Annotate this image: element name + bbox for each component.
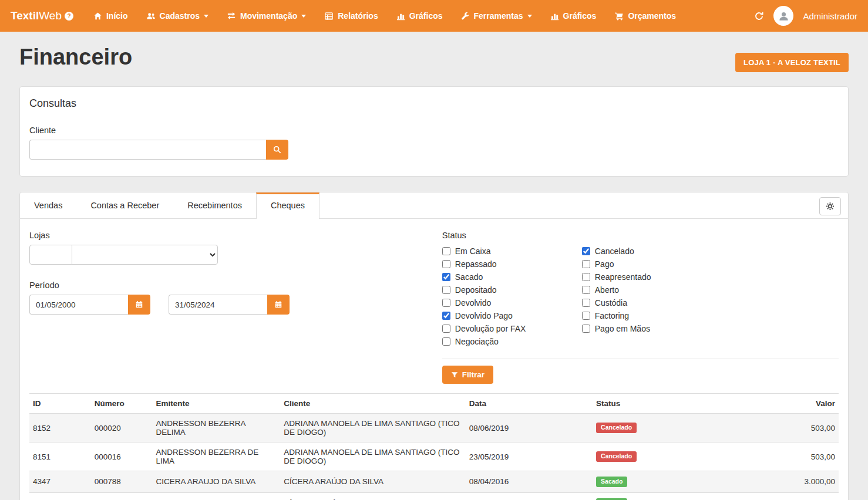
date-from-input[interactable] bbox=[29, 295, 128, 315]
users-icon bbox=[146, 12, 156, 21]
refresh-button[interactable] bbox=[754, 11, 764, 21]
nav-graficos-2[interactable]: Gráficos bbox=[550, 11, 597, 21]
cell-status: Sacado bbox=[593, 471, 759, 493]
cell-data: 08/04/2016 bbox=[466, 471, 593, 493]
cell-status: Sacado bbox=[593, 492, 759, 500]
date-to-input[interactable] bbox=[169, 295, 267, 315]
cliente-label: Cliente bbox=[29, 126, 839, 135]
nav-movimentacao[interactable]: Movimentação bbox=[227, 11, 306, 21]
checkbox-label: Pago bbox=[595, 259, 614, 269]
date-to-calendar-button[interactable] bbox=[267, 295, 290, 315]
column-header-data: Data bbox=[466, 394, 593, 414]
filters-left-column: Lojas Período bbox=[29, 231, 442, 384]
date-from-group bbox=[29, 295, 150, 315]
table-row: 8151 000016 ANDRESSON BEZERRA DE LIMA AD… bbox=[29, 442, 839, 471]
cliente-search-button[interactable] bbox=[266, 140, 288, 160]
checkbox[interactable] bbox=[442, 312, 450, 320]
bar-chart-icon bbox=[550, 12, 559, 21]
checkbox[interactable] bbox=[582, 299, 590, 307]
checkbox-label: Cancelado bbox=[595, 246, 634, 256]
column-header-status: Status bbox=[593, 394, 759, 414]
filters-right-column: Status Em Caixa Repassado Sa bbox=[442, 231, 839, 384]
help-icon[interactable]: ? bbox=[65, 12, 73, 21]
column-header-numero: Número bbox=[91, 394, 153, 414]
tab-recebimentos[interactable]: Recebimentos bbox=[173, 192, 256, 218]
tab-cheques[interactable]: Cheques bbox=[256, 192, 319, 219]
status-checkbox-pago-em-maos[interactable]: Pago em Mãos bbox=[582, 322, 651, 335]
settings-button[interactable] bbox=[819, 197, 841, 215]
nav-ferramentas[interactable]: Ferramentas bbox=[461, 11, 532, 21]
cell-status: Cancelado bbox=[593, 442, 759, 471]
nav-graficos-1[interactable]: Gráficos bbox=[396, 11, 443, 21]
column-header-valor: Valor bbox=[759, 394, 839, 414]
periodo-controls bbox=[29, 295, 442, 315]
column-header-id: ID bbox=[29, 394, 91, 414]
checkbox[interactable] bbox=[442, 260, 450, 268]
user-icon bbox=[778, 11, 789, 22]
status-checkbox-devolvido[interactable]: Devolvido bbox=[442, 296, 582, 309]
report-icon bbox=[324, 12, 334, 21]
status-checkbox-sacado[interactable]: Sacado bbox=[442, 271, 582, 283]
nav-label: Cadastros bbox=[160, 11, 200, 21]
cell-cliente: ADRIANA MANOELA DE LIMA SANTIAGO (TICO D… bbox=[280, 442, 466, 471]
nav-cadastros[interactable]: Cadastros bbox=[146, 11, 208, 21]
status-checkbox-reapresentado[interactable]: Reapresentado bbox=[582, 271, 651, 283]
status-checkbox-repassado[interactable]: Repassado bbox=[442, 258, 582, 271]
cell-emitente: CICERA ARAUJO DA SILVA bbox=[152, 492, 280, 500]
checkbox-label: Aberto bbox=[595, 285, 619, 295]
checkbox[interactable] bbox=[582, 325, 590, 333]
nav-orcamentos[interactable]: Orçamentos bbox=[614, 11, 676, 21]
periodo-label: Período bbox=[29, 281, 442, 290]
checkbox[interactable] bbox=[582, 273, 590, 281]
status-checkbox-aberto[interactable]: Aberto bbox=[582, 283, 651, 296]
caret-down-icon bbox=[527, 15, 532, 18]
checkbox-label: Depositado bbox=[455, 285, 497, 295]
checkbox[interactable] bbox=[442, 286, 450, 294]
checkbox-label: Devolvido Pago bbox=[455, 311, 513, 320]
store-button[interactable]: LOJA 1 - A VELOZ TEXTIL bbox=[735, 53, 849, 72]
checkbox[interactable] bbox=[582, 286, 590, 294]
nav-inicio[interactable]: Início bbox=[93, 11, 128, 21]
status-column-1: Em Caixa Repassado Sacado Depositad bbox=[442, 245, 582, 348]
nav-label: Gráficos bbox=[563, 11, 597, 21]
page-header: Financeiro LOJA 1 - A VELOZ TEXTIL bbox=[19, 32, 849, 72]
cell-valor: 503,00 bbox=[759, 414, 839, 442]
loja-code-input[interactable] bbox=[29, 245, 72, 265]
checkbox[interactable] bbox=[442, 299, 450, 307]
filter-button[interactable]: Filtrar bbox=[442, 366, 493, 384]
status-checkbox-custodia[interactable]: Custódia bbox=[582, 296, 651, 309]
cell-valor: 3.000,00 bbox=[759, 492, 839, 500]
checkbox[interactable] bbox=[582, 260, 590, 268]
tab-contas-a-receber[interactable]: Contas a Receber bbox=[76, 192, 173, 218]
user-name[interactable]: Administrador bbox=[803, 11, 857, 21]
status-checkbox-depositado[interactable]: Depositado bbox=[442, 283, 582, 296]
cliente-input[interactable] bbox=[29, 140, 266, 160]
checkbox[interactable] bbox=[442, 273, 450, 281]
status-checkbox-devolvido-pago[interactable]: Devolvido Pago bbox=[442, 309, 582, 322]
cliente-search-group bbox=[29, 140, 288, 160]
date-from-calendar-button[interactable] bbox=[128, 295, 150, 315]
status-checkbox-factoring[interactable]: Factoring bbox=[582, 309, 651, 322]
checkbox[interactable] bbox=[442, 247, 450, 255]
nav-relatorios[interactable]: Relatórios bbox=[324, 11, 378, 21]
avatar[interactable] bbox=[773, 6, 793, 26]
date-to-group bbox=[169, 295, 290, 315]
checkbox[interactable] bbox=[442, 325, 450, 333]
status-checkbox-cancelado[interactable]: Cancelado bbox=[582, 245, 651, 258]
checkbox[interactable] bbox=[582, 312, 590, 320]
checkbox[interactable] bbox=[442, 337, 450, 346]
status-checkbox-em-caixa[interactable]: Em Caixa bbox=[442, 245, 582, 258]
status-checkbox-pago[interactable]: Pago bbox=[582, 258, 651, 271]
status-checkbox-negociacao[interactable]: Negociação bbox=[442, 335, 582, 348]
cell-numero: 000020 bbox=[91, 414, 153, 442]
tab-vendas[interactable]: Vendas bbox=[20, 192, 76, 218]
loja-select[interactable] bbox=[72, 245, 218, 265]
cell-emitente: ANDRESSON BEZERRA DELIMA bbox=[152, 414, 280, 442]
wrench-icon bbox=[461, 12, 470, 21]
checkbox[interactable] bbox=[582, 247, 590, 255]
brand-web: Web bbox=[39, 9, 62, 22]
page-title: Financeiro bbox=[19, 45, 132, 70]
status-checkbox-devolucao-por-fax[interactable]: Devolução por FAX bbox=[442, 322, 582, 335]
brand-logo[interactable]: TextilWeb ? bbox=[11, 9, 73, 22]
cell-data: 23/05/2019 bbox=[466, 442, 593, 471]
